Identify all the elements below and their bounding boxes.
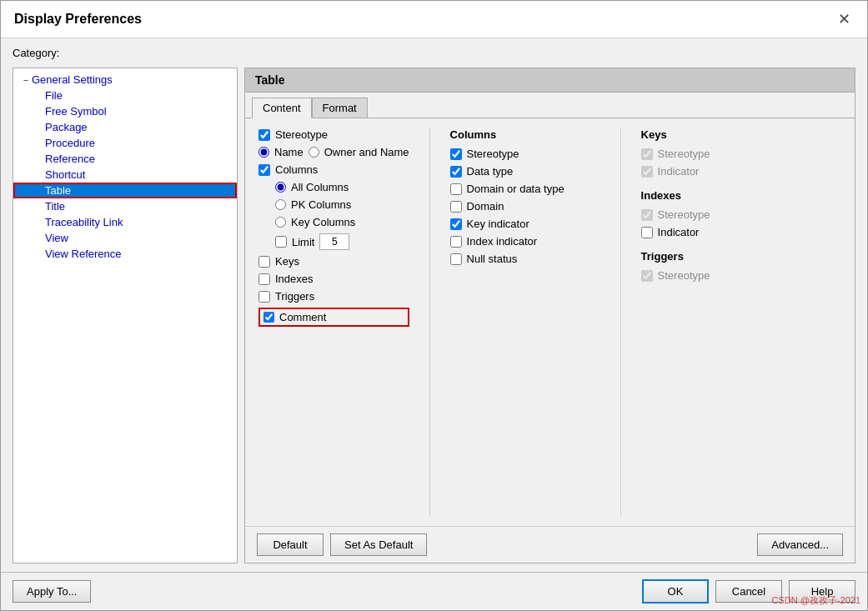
stereotype-checkbox[interactable]	[258, 129, 270, 141]
col2-stereotype-checkbox[interactable]	[450, 148, 462, 160]
tree-item-shortcut[interactable]: Shortcut	[13, 167, 237, 183]
key-columns-radio[interactable]	[275, 217, 286, 228]
main-area: − General Settings File Free Symbol Pack	[13, 68, 855, 563]
col2-indexindicator-label: Index indicator	[467, 235, 538, 248]
options-grid: Stereotype Name Owner and Name	[258, 128, 841, 516]
triggers-stereotype-checkbox	[641, 270, 653, 282]
col2-indexindicator-checkbox[interactable]	[450, 236, 462, 248]
col2-datatype-row: Data type	[450, 165, 600, 178]
tree-item-package[interactable]: Package	[13, 119, 237, 135]
col2-domain-row: Domain	[450, 200, 600, 213]
columns-row: Columns	[258, 163, 409, 176]
indexes-indicator-row: Indicator	[641, 226, 791, 238]
columns-section-label: Columns	[450, 128, 600, 141]
tab-bar: Content Format	[245, 93, 855, 118]
col2-datatype-checkbox[interactable]	[450, 166, 462, 178]
keys-row: Keys	[258, 255, 409, 268]
keys-checkbox[interactable]	[258, 256, 270, 268]
limit-checkbox[interactable]	[275, 236, 287, 248]
tree-item-traceability-link[interactable]: Traceability Link	[13, 214, 237, 230]
indexes-checkbox[interactable]	[258, 273, 270, 285]
triggers-stereotype-row: Stereotype	[641, 269, 791, 282]
indexes-label: Indexes	[275, 273, 314, 285]
tree-item-procedure[interactable]: Procedure	[13, 135, 237, 151]
keys-stereotype-row: Stereotype	[641, 148, 791, 160]
col2-keyindicator-row: Key indicator	[450, 218, 600, 230]
col2-keyindicator-checkbox[interactable]	[450, 218, 462, 230]
keys-label: Keys	[275, 255, 299, 268]
col2-domain-or-data-row: Domain or data type	[450, 183, 600, 195]
apply-to-button[interactable]: Apply To...	[13, 580, 91, 603]
tree-item-free-symbol[interactable]: Free Symbol	[13, 103, 237, 119]
limit-label: Limit	[292, 236, 314, 248]
tree-item-reference[interactable]: Reference	[13, 151, 237, 167]
col2-indexindicator-row: Index indicator	[450, 235, 600, 248]
all-columns-row: All Columns	[258, 181, 409, 193]
tree-panel: − General Settings File Free Symbol Pack	[13, 68, 238, 563]
col2-nullstatus-row: Null status	[450, 253, 600, 265]
owner-and-name-label: Owner and Name	[324, 146, 409, 158]
comment-highlighted-row: Comment	[258, 308, 409, 327]
advanced-button[interactable]: Advanced...	[757, 533, 843, 556]
ok-button[interactable]: OK	[642, 579, 709, 603]
stereotype-row: Stereotype	[258, 128, 409, 141]
tree-item-general[interactable]: − General Settings	[13, 72, 237, 88]
tab-content[interactable]: Content	[252, 98, 312, 118]
dialog-title: Display Preferences	[14, 12, 142, 27]
col-divider-2	[620, 128, 621, 516]
triggers-row: Triggers	[258, 290, 409, 303]
pk-columns-radio[interactable]	[275, 199, 286, 210]
columns-checkbox[interactable]	[258, 164, 270, 176]
content-panel: Table Content Format Stereotype	[244, 68, 855, 563]
col2-keyindicator-label: Key indicator	[467, 218, 529, 230]
indexes-stereotype-label: Stereotype	[658, 208, 710, 221]
name-radio[interactable]	[258, 147, 269, 158]
indexes-row: Indexes	[258, 273, 409, 285]
keys-stereotype-checkbox	[641, 148, 653, 160]
col2-domain-label: Domain	[467, 200, 504, 213]
col-divider-1	[429, 128, 430, 516]
expander-general[interactable]: −	[20, 75, 32, 85]
tree-item-table[interactable]: Table	[13, 183, 237, 198]
keys-indicator-row: Indicator	[641, 165, 791, 178]
comment-checkbox[interactable]	[263, 312, 274, 323]
col2-stereotype-label: Stereotype	[467, 148, 519, 160]
keys-indicator-label: Indicator	[658, 165, 700, 178]
close-button[interactable]: ✕	[834, 9, 854, 29]
triggers-label: Triggers	[275, 290, 314, 303]
indexes-stereotype-row: Stereotype	[641, 208, 791, 221]
indexes-indicator-checkbox[interactable]	[641, 227, 653, 238]
default-button[interactable]: Default	[257, 533, 324, 556]
col2-datatype-label: Data type	[467, 165, 514, 178]
pk-columns-label: PK Columns	[291, 198, 351, 211]
content-main: Stereotype Name Owner and Name	[245, 118, 855, 526]
col2-nullstatus-checkbox[interactable]	[450, 253, 462, 265]
content-header: Table	[245, 68, 855, 93]
tree-item-view-reference[interactable]: View Reference	[13, 246, 237, 262]
col2-domain-checkbox[interactable]	[450, 201, 462, 213]
set-as-default-button[interactable]: Set As Default	[330, 533, 427, 556]
footer-bar: Apply To... OK Cancel Help	[1, 572, 867, 610]
owner-and-name-radio[interactable]	[309, 147, 319, 158]
options-col-3: Keys Stereotype Indicator Indexes	[641, 128, 791, 516]
all-columns-radio[interactable]	[275, 182, 286, 193]
triggers-checkbox[interactable]	[258, 291, 270, 303]
tree-item-title[interactable]: Title	[13, 198, 237, 214]
keys-indicator-checkbox	[641, 166, 653, 178]
dialog-body: Category: − General Settings File	[1, 38, 867, 572]
tree-item-view[interactable]: View	[13, 230, 237, 246]
stereotype-label: Stereotype	[275, 128, 328, 141]
all-columns-label: All Columns	[291, 181, 349, 193]
title-bar: Display Preferences ✕	[1, 1, 867, 38]
watermark: CSDN @孜孜子-2021	[771, 594, 860, 607]
name-label: Name	[274, 146, 304, 158]
limit-input[interactable]	[319, 233, 349, 250]
tree-item-file[interactable]: File	[13, 88, 237, 103]
columns-label: Columns	[275, 163, 318, 176]
keys-stereotype-label: Stereotype	[658, 148, 710, 160]
triggers-section-label: Triggers	[641, 250, 791, 263]
indexes-stereotype-checkbox	[641, 209, 653, 221]
comment-label: Comment	[279, 311, 326, 323]
col2-domain-or-data-checkbox[interactable]	[450, 183, 462, 195]
tab-format[interactable]: Format	[312, 98, 368, 118]
